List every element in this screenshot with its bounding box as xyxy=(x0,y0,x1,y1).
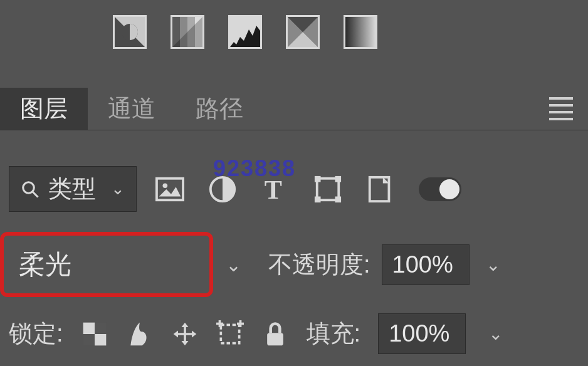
fill-label: 填充: xyxy=(307,318,361,350)
blend-mode-row: 柔光 ⌄ 不透明度: 100% ⌄ xyxy=(0,232,579,297)
opacity-label: 不透明度: xyxy=(268,249,370,281)
filter-toggle[interactable] xyxy=(419,177,461,201)
lock-position-icon[interactable] xyxy=(171,320,199,348)
lock-pixels-icon[interactable] xyxy=(126,320,154,348)
lock-label: 锁定: xyxy=(9,318,63,350)
invert-icon[interactable] xyxy=(113,15,147,49)
svg-rect-10 xyxy=(157,178,183,200)
svg-point-11 xyxy=(163,183,168,188)
chevron-down-icon: ⌄ xyxy=(111,179,125,199)
svg-line-9 xyxy=(33,191,38,197)
filter-icon-group: T xyxy=(155,175,461,204)
chevron-down-icon[interactable]: ⌄ xyxy=(483,323,508,344)
svg-rect-17 xyxy=(315,196,321,202)
adjustment-layer-filter-icon[interactable] xyxy=(208,175,237,204)
svg-rect-18 xyxy=(335,196,342,202)
adjustment-icons-row xyxy=(113,15,377,49)
lock-transparency-icon[interactable] xyxy=(81,320,108,348)
panel-menu-icon[interactable] xyxy=(549,97,573,120)
posterize-icon[interactable] xyxy=(171,15,204,49)
layer-filter-row: 类型 ⌄ T xyxy=(9,166,579,212)
filter-type-dropdown[interactable]: 类型 ⌄ xyxy=(9,166,137,212)
lock-artboard-icon[interactable] xyxy=(216,320,244,348)
chevron-down-icon[interactable]: ⌄ xyxy=(481,254,505,275)
type-layer-filter-icon[interactable]: T xyxy=(261,175,290,204)
gradient-map-icon[interactable] xyxy=(286,15,320,49)
panel-tabs: 图层 通道 路径 xyxy=(0,88,588,130)
blend-mode-dropdown[interactable]: 柔光 ⌄ xyxy=(0,232,257,297)
fill-input[interactable]: 100% xyxy=(378,313,466,354)
lock-row: 锁定: 填充: 100% ⌄ xyxy=(9,313,579,354)
svg-rect-20 xyxy=(83,322,94,333)
svg-point-8 xyxy=(23,182,34,193)
pixel-layer-filter-icon[interactable] xyxy=(155,175,184,204)
toggle-knob xyxy=(439,179,459,199)
threshold-icon[interactable] xyxy=(228,15,262,49)
svg-rect-15 xyxy=(315,175,321,182)
blend-mode-value: 柔光 xyxy=(0,232,213,297)
svg-text:T: T xyxy=(265,175,282,204)
search-icon xyxy=(21,180,39,199)
shape-layer-filter-icon[interactable] xyxy=(313,175,342,204)
chevron-down-icon[interactable]: ⌄ xyxy=(226,254,241,276)
tab-layers[interactable]: 图层 xyxy=(0,88,88,130)
svg-rect-7 xyxy=(345,17,375,47)
svg-rect-22 xyxy=(95,322,106,333)
svg-rect-21 xyxy=(95,334,106,345)
svg-rect-27 xyxy=(216,322,223,325)
lock-all-icon[interactable] xyxy=(261,320,289,348)
tab-channels[interactable]: 通道 xyxy=(88,88,176,130)
selective-color-icon[interactable] xyxy=(344,15,377,49)
svg-rect-24 xyxy=(221,325,239,343)
svg-rect-29 xyxy=(267,333,283,345)
tab-paths[interactable]: 路径 xyxy=(176,88,263,130)
smartobject-layer-filter-icon[interactable] xyxy=(366,175,395,204)
opacity-input[interactable]: 100% xyxy=(382,244,470,285)
filter-type-label: 类型 xyxy=(48,173,96,205)
svg-rect-23 xyxy=(83,334,94,345)
svg-rect-16 xyxy=(335,175,342,182)
svg-rect-28 xyxy=(237,322,244,325)
